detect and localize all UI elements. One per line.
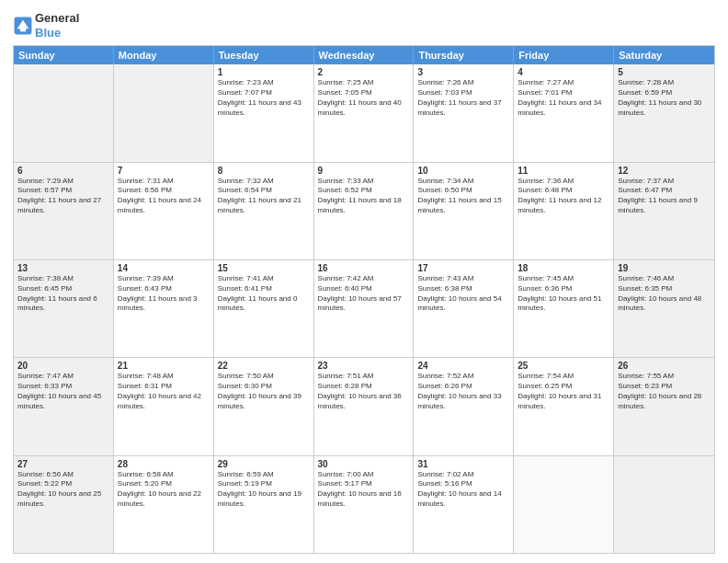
day-cell-22: 22Sunrise: 7:50 AMSunset: 6:30 PMDayligh… xyxy=(214,358,314,454)
day-cell-7: 7Sunrise: 7:31 AMSunset: 6:56 PMDaylight… xyxy=(114,163,214,259)
day-info: Sunrise: 7:31 AMSunset: 6:56 PMDaylight:… xyxy=(118,177,210,216)
day-info: Sunrise: 7:34 AMSunset: 6:50 PMDaylight:… xyxy=(417,177,509,216)
calendar-header: SundayMondayTuesdayWednesdayThursdayFrid… xyxy=(14,46,714,64)
day-info: Sunrise: 7:25 AMSunset: 7:05 PMDaylight:… xyxy=(318,78,410,118)
logo-icon xyxy=(13,16,33,36)
day-number: 13 xyxy=(17,263,109,273)
day-cell-19: 19Sunrise: 7:46 AMSunset: 6:35 PMDayligh… xyxy=(614,260,714,357)
day-info: Sunrise: 7:32 AMSunset: 6:54 PMDaylight:… xyxy=(218,177,310,216)
calendar-row-2: 6Sunrise: 7:29 AMSunset: 6:57 PMDaylight… xyxy=(14,162,714,259)
empty-cell xyxy=(614,456,714,553)
day-info: Sunrise: 7:26 AMSunset: 7:03 PMDaylight:… xyxy=(417,78,509,118)
calendar-row-5: 27Sunrise: 6:56 AMSunset: 5:22 PMDayligh… xyxy=(14,455,714,553)
day-number: 11 xyxy=(518,166,609,176)
day-info: Sunrise: 7:00 AMSunset: 5:17 PMDaylight:… xyxy=(318,470,410,510)
header-cell-monday: Monday xyxy=(114,46,214,64)
day-cell-6: 6Sunrise: 7:29 AMSunset: 6:57 PMDaylight… xyxy=(14,163,114,259)
day-info: Sunrise: 7:48 AMSunset: 6:31 PMDaylight:… xyxy=(118,372,210,411)
day-cell-13: 13Sunrise: 7:38 AMSunset: 6:45 PMDayligh… xyxy=(14,260,114,357)
day-cell-18: 18Sunrise: 7:45 AMSunset: 6:36 PMDayligh… xyxy=(514,260,614,357)
day-cell-17: 17Sunrise: 7:43 AMSunset: 6:38 PMDayligh… xyxy=(414,260,514,357)
day-cell-15: 15Sunrise: 7:41 AMSunset: 6:41 PMDayligh… xyxy=(214,260,314,357)
day-number: 29 xyxy=(218,459,310,469)
header-cell-thursday: Thursday xyxy=(414,46,514,64)
page: General Blue SundayMondayTuesdayWednesda… xyxy=(0,0,728,563)
header-cell-tuesday: Tuesday xyxy=(214,46,314,64)
day-number: 15 xyxy=(218,263,310,273)
day-number: 26 xyxy=(618,361,711,371)
day-number: 10 xyxy=(417,166,509,176)
day-number: 17 xyxy=(417,263,509,273)
day-info: Sunrise: 7:45 AMSunset: 6:36 PMDaylight:… xyxy=(518,274,609,314)
day-info: Sunrise: 7:46 AMSunset: 6:35 PMDaylight:… xyxy=(618,274,711,314)
day-number: 9 xyxy=(318,166,410,176)
day-cell-2: 2Sunrise: 7:25 AMSunset: 7:05 PMDaylight… xyxy=(314,64,415,161)
day-number: 7 xyxy=(118,166,210,176)
calendar-row-4: 20Sunrise: 7:47 AMSunset: 6:33 PMDayligh… xyxy=(14,357,714,454)
day-info: Sunrise: 7:47 AMSunset: 6:33 PMDaylight:… xyxy=(17,372,109,411)
header-cell-sunday: Sunday xyxy=(14,46,114,64)
calendar-row-3: 13Sunrise: 7:38 AMSunset: 6:45 PMDayligh… xyxy=(14,259,714,357)
day-info: Sunrise: 7:52 AMSunset: 6:26 PMDaylight:… xyxy=(417,372,509,411)
day-number: 4 xyxy=(518,67,609,77)
day-number: 2 xyxy=(318,67,410,77)
day-cell-14: 14Sunrise: 7:39 AMSunset: 6:43 PMDayligh… xyxy=(114,260,214,357)
day-number: 16 xyxy=(318,263,410,273)
day-cell-21: 21Sunrise: 7:48 AMSunset: 6:31 PMDayligh… xyxy=(114,358,214,454)
day-number: 14 xyxy=(118,263,210,273)
day-cell-3: 3Sunrise: 7:26 AMSunset: 7:03 PMDaylight… xyxy=(414,64,514,161)
day-number: 8 xyxy=(218,166,310,176)
day-number: 18 xyxy=(518,263,609,273)
day-number: 24 xyxy=(417,361,509,371)
day-number: 6 xyxy=(17,166,109,176)
day-cell-28: 28Sunrise: 6:58 AMSunset: 5:20 PMDayligh… xyxy=(114,456,214,553)
day-info: Sunrise: 6:58 AMSunset: 5:20 PMDaylight:… xyxy=(118,470,210,510)
day-info: Sunrise: 7:39 AMSunset: 6:43 PMDaylight:… xyxy=(118,274,210,314)
day-info: Sunrise: 7:37 AMSunset: 6:47 PMDaylight:… xyxy=(618,177,711,216)
day-number: 19 xyxy=(618,263,711,273)
day-cell-25: 25Sunrise: 7:54 AMSunset: 6:25 PMDayligh… xyxy=(514,358,614,454)
day-info: Sunrise: 7:02 AMSunset: 5:16 PMDaylight:… xyxy=(417,470,509,510)
header-cell-saturday: Saturday xyxy=(614,46,714,64)
day-number: 21 xyxy=(118,361,210,371)
day-info: Sunrise: 7:42 AMSunset: 6:40 PMDaylight:… xyxy=(318,274,410,314)
day-info: Sunrise: 7:43 AMSunset: 6:38 PMDaylight:… xyxy=(417,274,509,314)
header-cell-friday: Friday xyxy=(514,46,614,64)
empty-cell xyxy=(114,64,214,161)
empty-cell xyxy=(14,64,114,161)
day-info: Sunrise: 6:59 AMSunset: 5:19 PMDaylight:… xyxy=(218,470,310,510)
day-info: Sunrise: 7:51 AMSunset: 6:28 PMDaylight:… xyxy=(318,372,410,411)
day-number: 28 xyxy=(118,459,210,469)
day-number: 20 xyxy=(17,361,109,371)
day-number: 25 xyxy=(518,361,609,371)
day-info: Sunrise: 7:27 AMSunset: 7:01 PMDaylight:… xyxy=(518,78,609,118)
calendar: SundayMondayTuesdayWednesdayThursdayFrid… xyxy=(13,45,715,554)
day-number: 5 xyxy=(618,67,711,77)
day-cell-30: 30Sunrise: 7:00 AMSunset: 5:17 PMDayligh… xyxy=(314,456,415,553)
day-cell-20: 20Sunrise: 7:47 AMSunset: 6:33 PMDayligh… xyxy=(14,358,114,454)
day-cell-10: 10Sunrise: 7:34 AMSunset: 6:50 PMDayligh… xyxy=(414,163,514,259)
calendar-body: 1Sunrise: 7:23 AMSunset: 7:07 PMDaylight… xyxy=(14,64,714,553)
day-info: Sunrise: 7:55 AMSunset: 6:23 PMDaylight:… xyxy=(618,372,711,411)
day-info: Sunrise: 6:56 AMSunset: 5:22 PMDaylight:… xyxy=(17,470,109,510)
day-info: Sunrise: 7:33 AMSunset: 6:52 PMDaylight:… xyxy=(318,177,410,216)
day-number: 12 xyxy=(618,166,711,176)
day-number: 22 xyxy=(218,361,310,371)
day-cell-5: 5Sunrise: 7:28 AMSunset: 6:59 PMDaylight… xyxy=(614,64,714,161)
day-cell-16: 16Sunrise: 7:42 AMSunset: 6:40 PMDayligh… xyxy=(314,260,415,357)
day-number: 1 xyxy=(218,67,310,77)
day-cell-12: 12Sunrise: 7:37 AMSunset: 6:47 PMDayligh… xyxy=(614,163,714,259)
day-info: Sunrise: 7:29 AMSunset: 6:57 PMDaylight:… xyxy=(17,177,109,216)
day-cell-23: 23Sunrise: 7:51 AMSunset: 6:28 PMDayligh… xyxy=(314,358,415,454)
day-info: Sunrise: 7:50 AMSunset: 6:30 PMDaylight:… xyxy=(218,372,310,411)
day-number: 3 xyxy=(417,67,509,77)
day-cell-26: 26Sunrise: 7:55 AMSunset: 6:23 PMDayligh… xyxy=(614,358,714,454)
day-info: Sunrise: 7:41 AMSunset: 6:41 PMDaylight:… xyxy=(218,274,310,314)
day-cell-31: 31Sunrise: 7:02 AMSunset: 5:16 PMDayligh… xyxy=(414,456,514,553)
day-cell-29: 29Sunrise: 6:59 AMSunset: 5:19 PMDayligh… xyxy=(214,456,314,553)
day-info: Sunrise: 7:23 AMSunset: 7:07 PMDaylight:… xyxy=(218,78,310,118)
logo-text: General Blue xyxy=(35,11,79,40)
day-cell-27: 27Sunrise: 6:56 AMSunset: 5:22 PMDayligh… xyxy=(14,456,114,553)
day-info: Sunrise: 7:28 AMSunset: 6:59 PMDaylight:… xyxy=(618,78,711,118)
day-number: 27 xyxy=(17,459,109,469)
